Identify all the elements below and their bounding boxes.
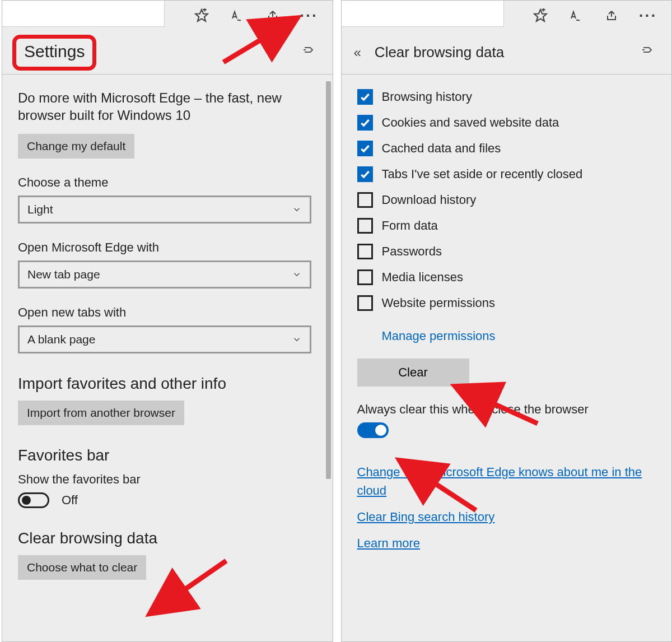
- show-favbar-toggle[interactable]: [18, 492, 49, 508]
- clear-button[interactable]: Clear: [357, 359, 469, 387]
- checkbox-label: Website permissions: [382, 296, 496, 310]
- learn-more-link[interactable]: Learn more: [357, 534, 421, 552]
- checkbox-row: Tabs I've set aside or recently closed: [357, 166, 656, 182]
- new-tabs-select[interactable]: A blank page: [18, 325, 311, 353]
- checkbox-row: Passwords: [357, 244, 656, 259]
- settings-scroll-area: Do more with Microsoft Edge – the fast, …: [2, 77, 333, 641]
- checkbox-label: Cookies and saved website data: [382, 115, 559, 130]
- checkbox[interactable]: [357, 115, 373, 131]
- favorites-bar-heading: Favorites bar: [18, 446, 317, 464]
- checkbox[interactable]: [357, 141, 373, 156]
- checkbox-label: Passwords: [382, 244, 442, 259]
- pen-icon[interactable]: [568, 8, 584, 24]
- checkbox-list: Browsing historyCookies and saved websit…: [357, 89, 656, 311]
- favorites-icon[interactable]: [533, 8, 548, 24]
- show-favbar-state: Off: [62, 493, 78, 508]
- settings-header: Settings: [2, 31, 333, 75]
- manage-permissions-link[interactable]: Manage permissions: [382, 327, 496, 345]
- import-button[interactable]: Import from another browser: [18, 401, 184, 425]
- settings-title-highlight: Settings: [12, 35, 96, 71]
- chevron-down-icon: [292, 269, 302, 280]
- open-with-label: Open Microsoft Edge with: [18, 240, 317, 255]
- new-tabs-value: A blank page: [27, 333, 95, 346]
- pin-icon[interactable]: [641, 43, 655, 59]
- checkbox-label: Media licenses: [382, 270, 464, 285]
- clear-data-title: Clear browsing data: [375, 44, 504, 61]
- svg-marker-8: [534, 10, 547, 21]
- change-default-button[interactable]: Change my default: [18, 134, 134, 159]
- clear-data-heading: Clear browsing data: [18, 529, 317, 547]
- checkbox-row: Cookies and saved website data: [357, 115, 656, 131]
- new-tabs-label: Open new tabs with: [18, 305, 317, 320]
- promo-text: Do more with Microsoft Edge – the fast, …: [18, 89, 309, 124]
- checkbox-row: Media licenses: [357, 269, 656, 285]
- checkbox-row: Website permissions: [357, 295, 656, 311]
- checkbox-row: Cached data and files: [357, 141, 656, 156]
- address-bar[interactable]: [2, 1, 165, 27]
- toolbar: ···: [342, 1, 672, 31]
- share-icon[interactable]: [265, 8, 281, 24]
- checkbox[interactable]: [357, 244, 373, 259]
- checkbox[interactable]: [357, 269, 373, 285]
- toolbar: ···: [2, 1, 333, 31]
- checkbox-label: Form data: [382, 218, 438, 233]
- more-icon[interactable]: ···: [640, 8, 656, 24]
- checkbox-label: Tabs I've set aside or recently closed: [382, 167, 583, 182]
- checkbox[interactable]: [357, 218, 373, 234]
- import-heading: Import favorites and other info: [18, 375, 317, 393]
- checkbox-row: Browsing history: [357, 89, 656, 105]
- always-clear-label: Always clear this when I close the brows…: [357, 402, 656, 417]
- pen-icon[interactable]: [230, 8, 245, 24]
- checkbox[interactable]: [357, 166, 373, 182]
- clear-data-header: « Clear browsing data: [342, 31, 672, 75]
- checkbox-label: Download history: [382, 193, 477, 207]
- clear-browsing-data-panel: ··· « Clear browsing data Browsing histo…: [341, 0, 673, 642]
- address-bar[interactable]: [342, 1, 504, 27]
- more-icon[interactable]: ···: [301, 8, 317, 24]
- theme-label: Choose a theme: [18, 175, 317, 190]
- favorites-icon[interactable]: [194, 8, 209, 24]
- checkbox-label: Cached data and files: [382, 141, 501, 156]
- theme-select[interactable]: Light: [18, 196, 311, 224]
- checkbox-row: Download history: [357, 192, 656, 208]
- always-clear-toggle[interactable]: [357, 422, 389, 438]
- scrollbar-thumb[interactable]: [326, 81, 331, 479]
- open-with-select[interactable]: New tab page: [18, 260, 311, 289]
- checkbox-row: Form data: [357, 218, 656, 234]
- share-icon[interactable]: [604, 8, 620, 24]
- cloud-link[interactable]: Change what Microsoft Edge knows about m…: [357, 463, 648, 500]
- chevron-down-icon: [292, 204, 302, 215]
- chevron-down-icon: [292, 334, 302, 345]
- choose-what-to-clear-button[interactable]: Choose what to clear: [18, 555, 146, 580]
- settings-panel: ··· Settings Do more with Microsoft Edge…: [2, 0, 333, 642]
- back-button[interactable]: «: [354, 45, 361, 61]
- checkbox[interactable]: [357, 295, 373, 311]
- pin-icon[interactable]: [302, 43, 316, 59]
- checkbox[interactable]: [357, 89, 373, 105]
- svg-marker-0: [195, 10, 208, 21]
- theme-value: Light: [27, 203, 53, 216]
- show-favbar-label: Show the favorites bar: [18, 472, 317, 487]
- checkbox-label: Browsing history: [382, 90, 472, 104]
- open-with-value: New tab page: [27, 268, 100, 281]
- settings-title: Settings: [24, 42, 85, 61]
- checkbox[interactable]: [357, 192, 373, 208]
- bing-history-link[interactable]: Clear Bing search history: [357, 508, 495, 526]
